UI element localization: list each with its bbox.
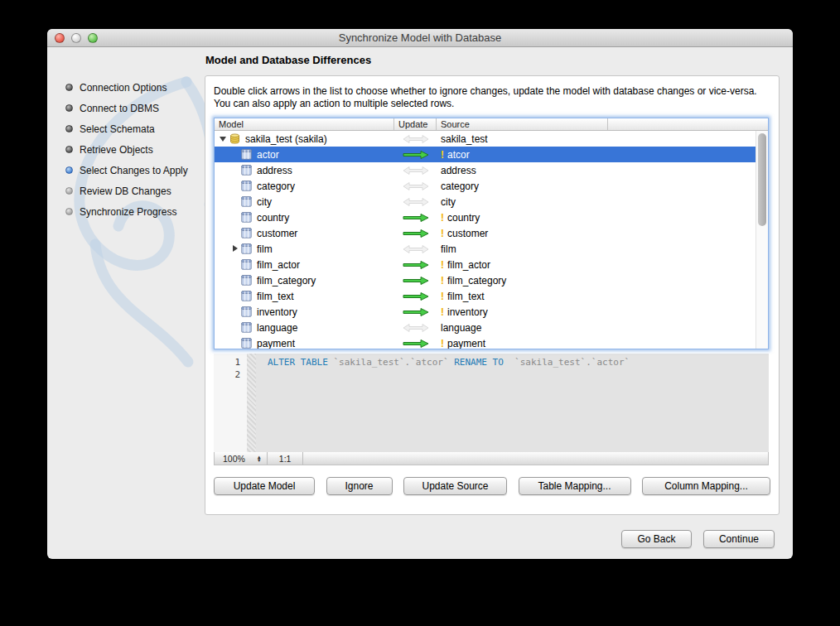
source-object-label: film — [441, 243, 456, 255]
model-object-label: city — [257, 196, 272, 208]
sql-code[interactable]: ALTER TABLE `sakila_test`.`atcor` RENAME… — [256, 354, 769, 452]
table-icon — [241, 338, 252, 349]
table-icon — [241, 149, 252, 160]
source-object-label: film_actor — [447, 259, 490, 271]
table-icon — [241, 243, 252, 254]
table-row[interactable]: addressaddress — [215, 162, 768, 178]
table-row[interactable]: film_actor!film_actor — [215, 257, 768, 272]
step-label: Retrieve Objects — [80, 144, 153, 156]
update-source-button[interactable]: Update Source — [403, 477, 507, 495]
source-object-label: atcor — [447, 149, 470, 161]
table-row[interactable]: citycity — [215, 194, 768, 209]
wizard-step: Synchronize Progress — [47, 201, 205, 222]
unchanged-arrow-icon[interactable] — [402, 197, 430, 207]
cursor-position: 1:1 — [268, 454, 303, 464]
table-icon — [241, 165, 252, 176]
zoom-stepper[interactable]: ▲▼ — [252, 455, 267, 462]
update-source-arrow-icon[interactable] — [402, 150, 430, 160]
table-icon — [241, 275, 252, 286]
continue-button[interactable]: Continue — [703, 530, 775, 548]
update-source-arrow-icon[interactable] — [402, 260, 430, 270]
table-icon — [241, 259, 252, 270]
table-icon — [241, 212, 252, 223]
table-row[interactable]: inventory!inventory — [215, 304, 768, 320]
source-object-label: customer — [447, 228, 488, 239]
model-object-label: payment — [257, 338, 295, 349]
step-bullet-icon — [65, 104, 73, 112]
table-row[interactable]: sakila_test (sakila)sakila_test — [215, 131, 768, 147]
table-icon — [241, 306, 252, 317]
update-source-arrow-icon[interactable] — [402, 229, 430, 238]
source-object-label: language — [441, 322, 481, 334]
warning-icon: ! — [441, 291, 444, 302]
unchanged-arrow-icon[interactable] — [402, 244, 430, 254]
differences-tree: Model Update Source sakila_test (sakila)… — [214, 118, 769, 349]
warning-icon: ! — [441, 149, 444, 161]
unchanged-arrow-icon[interactable] — [402, 134, 430, 144]
table-row[interactable]: categorycategory — [215, 178, 768, 194]
warning-icon: ! — [441, 228, 444, 239]
table-row[interactable]: actor!atcor — [215, 147, 768, 162]
source-object-label: sakila_test — [441, 133, 488, 145]
update-source-arrow-icon[interactable] — [402, 276, 430, 286]
instructions-text: Double click arrows in the list to choos… — [214, 85, 760, 110]
warning-icon: ! — [441, 306, 444, 318]
update-source-arrow-icon[interactable] — [402, 307, 430, 317]
step-bullet-icon — [65, 208, 73, 215]
step-label: Connect to DBMS — [80, 103, 159, 114]
table-row[interactable]: filmfilm — [215, 241, 768, 257]
titlebar[interactable]: Synchronize Model with Database — [47, 29, 793, 47]
source-object-label: inventory — [447, 306, 488, 318]
wizard-step: Retrieve Objects — [47, 139, 205, 160]
tree-column-headers: Model Update Source — [215, 118, 768, 131]
unchanged-arrow-icon[interactable] — [402, 181, 430, 191]
page-title: Model and Database Differences — [205, 54, 371, 66]
table-row[interactable]: languagelanguage — [215, 320, 768, 335]
model-object-label: address — [257, 165, 292, 176]
line-number: 1 — [214, 356, 240, 368]
update-source-arrow-icon[interactable] — [402, 291, 430, 301]
unchanged-arrow-icon[interactable] — [402, 166, 430, 176]
chevron-right-icon[interactable] — [230, 244, 239, 253]
wizard-step: Select Changes to Apply — [47, 160, 205, 181]
model-object-label: film_actor — [257, 259, 300, 271]
table-row[interactable]: customer!customer — [215, 225, 768, 241]
fold-margin — [247, 354, 256, 452]
column-mapping-button[interactable]: Column Mapping... — [642, 477, 770, 495]
step-bullet-icon — [65, 84, 73, 91]
model-object-label: film — [257, 243, 273, 255]
go-back-button[interactable]: Go Back — [621, 530, 692, 548]
table-mapping-button[interactable]: Table Mapping... — [519, 477, 631, 495]
chevron-down-icon[interactable] — [219, 134, 228, 143]
table-icon — [241, 322, 252, 333]
model-object-label: customer — [257, 228, 297, 239]
step-label: Select Changes to Apply — [80, 165, 188, 176]
sql-preview-editor[interactable]: 12 ALTER TABLE `sakila_test`.`atcor` REN… — [214, 354, 769, 452]
wizard-step: Connection Options — [47, 77, 205, 98]
step-bullet-icon — [65, 125, 73, 132]
database-icon — [229, 133, 240, 144]
step-label: Review DB Changes — [80, 185, 171, 197]
wizard-sidebar: Connection OptionsConnect to DBMSSelect … — [47, 47, 205, 559]
update-source-arrow-icon[interactable] — [402, 213, 430, 223]
table-row[interactable]: country!country — [215, 209, 768, 225]
warning-icon: ! — [441, 275, 444, 287]
model-object-label: language — [257, 322, 297, 334]
line-number-gutter: 12 — [214, 354, 247, 452]
update-source-arrow-icon[interactable] — [402, 339, 430, 349]
table-row[interactable]: film_text!film_text — [215, 288, 768, 304]
step-label: Synchronize Progress — [80, 206, 176, 218]
tree-vertical-scrollbar[interactable] — [756, 131, 768, 349]
model-object-label: film_category — [257, 275, 316, 287]
update-model-button[interactable]: Update Model — [214, 477, 315, 495]
step-label: Connection Options — [80, 82, 167, 94]
ignore-button[interactable]: Ignore — [326, 477, 393, 495]
scrollbar-thumb[interactable] — [758, 133, 766, 226]
line-number: 2 — [214, 368, 240, 381]
table-row[interactable]: payment!payment — [215, 335, 768, 349]
differences-groupbox: Double click arrows in the list to choos… — [205, 75, 780, 515]
column-header-model: Model — [215, 118, 394, 130]
table-row[interactable]: film_category!film_category — [215, 272, 768, 288]
sql-line: ALTER TABLE `sakila_test`.`atcor` RENAME… — [268, 356, 769, 368]
unchanged-arrow-icon[interactable] — [402, 323, 430, 333]
